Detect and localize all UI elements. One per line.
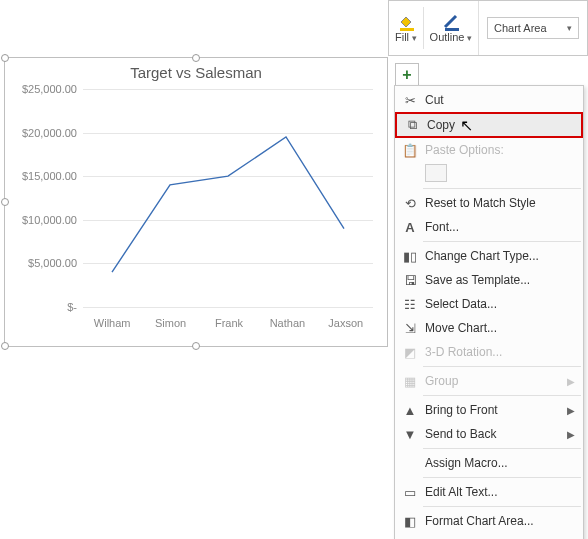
menu-send-to-back[interactable]: ▼ Send to Back ▶ xyxy=(395,422,583,446)
chart-object[interactable]: Target vs Salesman $25,000.00$20,000.00$… xyxy=(4,57,388,347)
menu-3d-rotation: ◩ 3-D Rotation... xyxy=(395,340,583,364)
resize-handle[interactable] xyxy=(1,342,9,350)
save-template-icon: 🖫 xyxy=(399,273,421,288)
menu-cut[interactable]: ✂ Cut xyxy=(395,88,583,112)
resize-handle[interactable] xyxy=(192,54,200,62)
y-axis-label: $20,000.00 xyxy=(11,127,77,139)
plot-area[interactable]: $25,000.00$20,000.00$15,000.00$10,000.00… xyxy=(11,83,381,333)
outline-icon xyxy=(442,13,460,31)
x-axis-label: Wilham xyxy=(94,317,131,329)
plus-icon: + xyxy=(402,66,411,84)
menu-select-data[interactable]: ☷ Select Data... xyxy=(395,292,583,316)
y-axis-label: $- xyxy=(11,301,77,313)
menu-reset-style[interactable]: ⟲ Reset to Match Style xyxy=(395,191,583,215)
fill-label: Fill xyxy=(395,31,409,43)
resize-handle[interactable] xyxy=(192,342,200,350)
y-axis-label: $25,000.00 xyxy=(11,83,77,95)
menu-separator xyxy=(423,448,581,449)
menu-copy[interactable]: ⧉ Copy xyxy=(395,112,583,138)
copy-icon: ⧉ xyxy=(401,117,423,133)
group-icon: ▦ xyxy=(399,374,421,389)
menu-separator xyxy=(423,366,581,367)
gridline xyxy=(83,307,373,308)
y-axis-label: $15,000.00 xyxy=(11,170,77,182)
chart-element-selector[interactable]: Chart Area ▾ xyxy=(478,1,587,55)
menu-separator xyxy=(423,506,581,507)
mini-toolbar: Fill ▾ Outline ▾ Chart Area ▾ xyxy=(388,0,588,56)
rotation-icon: ◩ xyxy=(399,345,421,360)
menu-change-chart-type[interactable]: ▮▯ Change Chart Type... xyxy=(395,244,583,268)
menu-separator xyxy=(423,241,581,242)
menu-save-template[interactable]: 🖫 Save as Template... xyxy=(395,268,583,292)
chart-elements-button[interactable]: + xyxy=(395,63,419,87)
reset-icon: ⟲ xyxy=(399,196,421,211)
data-line xyxy=(83,89,373,307)
outline-label: Outline xyxy=(430,31,465,43)
format-icon: ◧ xyxy=(399,514,421,529)
chevron-down-icon: ▾ xyxy=(567,23,572,33)
x-axis-label: Frank xyxy=(215,317,243,329)
x-axis-label: Jaxson xyxy=(328,317,363,329)
menu-separator xyxy=(423,188,581,189)
menu-separator xyxy=(423,395,581,396)
cut-icon: ✂ xyxy=(399,93,421,108)
plot xyxy=(83,89,373,307)
paste-icon: 📋 xyxy=(399,143,421,158)
menu-font[interactable]: A Font... xyxy=(395,215,583,239)
menu-assign-macro[interactable]: Assign Macro... xyxy=(395,451,583,475)
bring-front-icon: ▲ xyxy=(399,403,421,418)
menu-paste-clipboard xyxy=(395,162,583,186)
context-menu: ✂ Cut ⧉ Copy 📋 Paste Options: ⟲ Reset to… xyxy=(394,85,584,539)
alt-text-icon: ▭ xyxy=(399,485,421,500)
chevron-down-icon: ▾ xyxy=(464,33,472,43)
menu-format-chart-area[interactable]: ◧ Format Chart Area... xyxy=(395,509,583,533)
x-axis-label: Simon xyxy=(155,317,186,329)
send-back-icon: ▼ xyxy=(399,427,421,442)
menu-pivotchart-options: ▦ PivotChart Options... xyxy=(395,533,583,539)
resize-handle[interactable] xyxy=(1,54,9,62)
y-axis-label: $10,000.00 xyxy=(11,214,77,226)
move-chart-icon: ⇲ xyxy=(399,321,421,336)
menu-paste-options: 📋 Paste Options: xyxy=(395,138,583,162)
chart-type-icon: ▮▯ xyxy=(399,249,421,264)
outline-button[interactable]: Outline ▾ xyxy=(424,1,478,55)
resize-handle[interactable] xyxy=(1,198,9,206)
chart-area-label: Chart Area xyxy=(494,22,547,34)
submenu-arrow-icon: ▶ xyxy=(567,405,575,416)
menu-bring-to-front[interactable]: ▲ Bring to Front ▶ xyxy=(395,398,583,422)
font-icon: A xyxy=(399,220,421,235)
fill-button[interactable]: Fill ▾ xyxy=(389,1,423,55)
submenu-arrow-icon: ▶ xyxy=(567,376,575,387)
select-data-icon: ☷ xyxy=(399,297,421,312)
submenu-arrow-icon: ▶ xyxy=(567,429,575,440)
menu-group: ▦ Group ▶ xyxy=(395,369,583,393)
fill-icon xyxy=(397,13,415,31)
menu-move-chart[interactable]: ⇲ Move Chart... xyxy=(395,316,583,340)
menu-edit-alt-text[interactable]: ▭ Edit Alt Text... xyxy=(395,480,583,504)
x-axis-label: Nathan xyxy=(270,317,305,329)
chevron-down-icon: ▾ xyxy=(409,33,417,43)
y-axis-label: $5,000.00 xyxy=(11,257,77,269)
menu-separator xyxy=(423,477,581,478)
